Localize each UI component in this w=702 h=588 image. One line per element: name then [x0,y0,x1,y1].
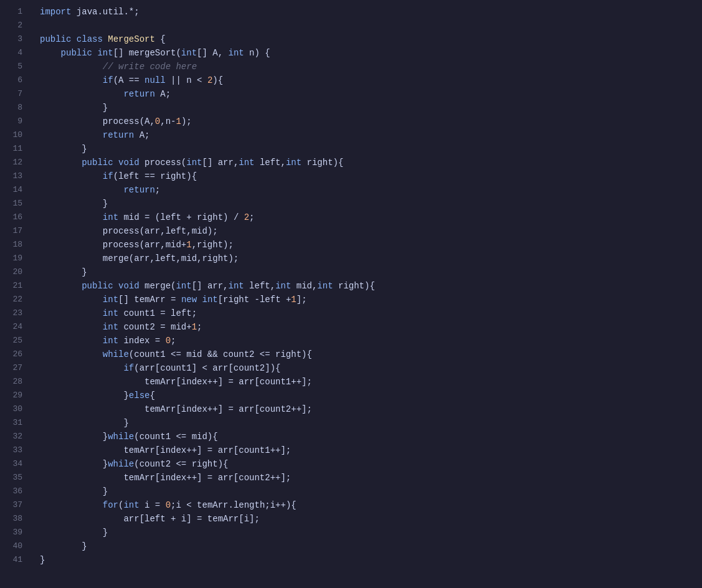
line-number: 18 [7,238,22,252]
line-number: 32 [7,430,22,443]
line-number: 30 [7,402,22,416]
token-kw: while [108,432,134,442]
token-num: 1 [176,116,181,126]
token-kw: import [40,7,71,17]
line-number: 21 [7,279,22,293]
token-plain: count2 = mid+ [118,322,192,332]
line-number: 7 [7,87,22,101]
token-plain: i = [140,500,166,510]
line-number: 2 [7,19,22,32]
line-number: 19 [7,252,22,265]
code-line: import java.util.*; [40,5,692,19]
token-plain: mid = (left + right) / [118,212,244,222]
line-number: 17 [7,224,22,238]
code-line: return A; [40,87,692,101]
token-kw: int [103,212,118,222]
token-plain: temArr[index++] = arr[count2++]; [40,473,291,483]
token-plain [40,308,103,318]
code-content: import java.util.*; public class MergeSo… [30,5,702,583]
code-line: temArr[index++] = arr[count2++]; [40,402,692,416]
code-line: }else{ [40,389,692,402]
token-plain [40,295,103,305]
token-kw: void [118,158,140,168]
token-plain: } [40,144,87,154]
token-plain: (count1 <= mid && count2 <= right){ [129,349,312,359]
line-number: 15 [7,197,22,211]
line-number: 9 [7,115,22,128]
token-kw: int [275,281,291,291]
token-plain [71,34,76,44]
token-kw: int [103,295,118,305]
token-cm: // write code here [103,62,197,72]
line-number: 29 [7,389,22,402]
code-line: int count1 = left; [40,306,692,320]
code-line [40,19,692,32]
token-plain: (count1 <= mid){ [134,432,217,442]
token-kw: int [202,295,218,305]
token-plain: { [155,34,166,44]
token-plain: ]; [296,295,307,305]
token-plain: ){ [212,75,223,85]
token-kw: int [103,336,118,346]
token-plain: A; [155,89,171,99]
token-kw: public [40,34,71,44]
line-number: 11 [7,142,22,156]
token-plain [113,281,118,291]
code-line: if(A == null || n < 2){ [40,74,692,87]
token-plain: n) { [244,48,270,58]
token-num: 0 [166,500,171,510]
token-plain: ; [155,185,160,195]
token-num: 0 [166,336,171,346]
line-number: 6 [7,74,22,87]
code-line: if(left == right){ [40,169,692,183]
token-kw: public [40,281,113,291]
token-plain [40,336,103,346]
line-number: 23 [7,306,22,320]
line-number: 4 [7,46,22,60]
token-num: 0 [155,116,160,126]
token-plain: (arr[count1] < arr[count2]){ [134,363,280,373]
token-plain: temArr[index++] = arr[count2++]; [40,404,312,414]
token-kw: if [40,363,134,373]
code-line: process(arr,mid+1,right); [40,238,692,252]
code-line: } [40,485,692,498]
line-number: 35 [7,471,22,485]
code-line: return; [40,183,692,197]
line-number: 5 [7,60,22,74]
code-line: }while(count1 <= mid){ [40,430,692,443]
line-numbers: 1234567891011121314151617181920212223242… [0,5,30,583]
line-number: 13 [7,169,22,183]
token-plain: [] A, [197,48,228,58]
token-kw: int [186,158,202,168]
code-line: arr[left + i] = temArr[i]; [40,512,692,526]
code-line: } [40,553,692,567]
code-line: public class MergeSort { [40,32,692,46]
code-line: return A; [40,128,692,142]
token-plain [40,322,103,332]
line-number: 37 [7,498,22,512]
token-plain: process(arr,mid+ [40,240,186,250]
line-number: 24 [7,320,22,334]
line-number: 20 [7,265,22,279]
token-plain: mid, [291,281,317,291]
token-plain: temArr[index++] = arr[count1++]; [40,377,312,387]
token-kw: int [239,158,254,168]
code-line: while(count1 <= mid && count2 <= right){ [40,348,692,361]
line-number: 16 [7,211,22,224]
code-line: public int[] mergeSort(int[] A, int n) { [40,46,692,60]
token-plain: count1 = left; [118,308,197,318]
token-kw: int [103,308,118,318]
token-plain: process(A, [40,116,155,126]
line-number: 38 [7,512,22,526]
token-plain: [] mergeSort( [113,48,181,58]
token-kw: int [176,281,191,291]
token-kw: int [286,158,301,168]
token-kw: return [40,89,155,99]
code-line: if(arr[count1] < arr[count2]){ [40,361,692,375]
token-plain: } [40,432,108,442]
token-num: 2 [244,212,249,222]
token-plain: [] arr, [192,281,229,291]
token-plain: arr[left + i] = temArr[i]; [40,514,260,524]
token-kw: while [108,459,134,469]
token-plain: merge( [140,281,176,291]
